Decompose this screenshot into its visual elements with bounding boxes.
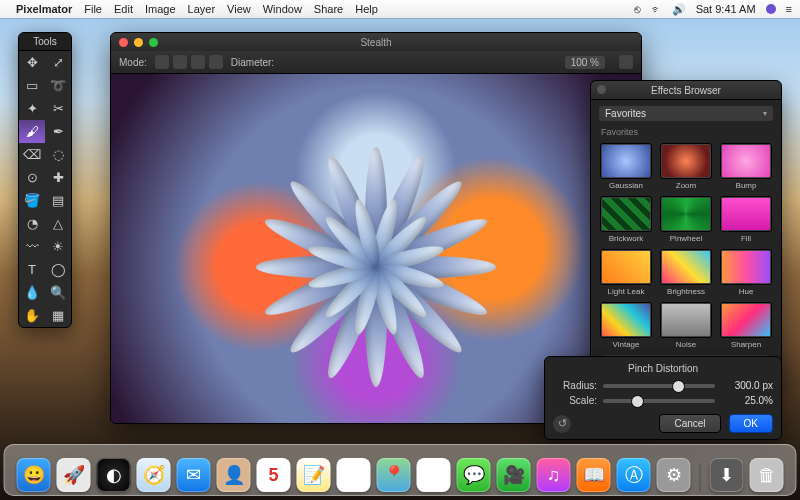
effect-fill[interactable]: Fill	[719, 196, 773, 243]
tool-eraser[interactable]: ⌫	[19, 143, 45, 166]
app-name[interactable]: Pixelmator	[16, 3, 72, 15]
more-icon[interactable]	[619, 55, 633, 69]
siri-status-icon[interactable]	[766, 4, 776, 14]
close-icon[interactable]	[597, 85, 606, 94]
mode-normal-icon[interactable]	[155, 55, 169, 69]
tool-marquee[interactable]: ▭	[19, 74, 45, 97]
tool-zoom[interactable]: 🔍	[45, 281, 71, 304]
mode-soft-icon[interactable]	[173, 55, 187, 69]
effect-gaussian[interactable]: Gaussian	[599, 143, 653, 190]
dock-contacts[interactable]: 👤	[217, 458, 251, 492]
tool-sharpen[interactable]: △	[45, 212, 71, 235]
effect-swatch	[660, 249, 712, 285]
dock-preferences[interactable]: ⚙︎	[657, 458, 691, 492]
effect-zoom[interactable]: Zoom	[659, 143, 713, 190]
dock-reminders[interactable]: ☑︎	[337, 458, 371, 492]
dock-ibooks[interactable]: 📖	[577, 458, 611, 492]
tool-wand[interactable]: ✦	[19, 97, 45, 120]
airplay-icon[interactable]: ⎋	[634, 3, 641, 15]
tool-type[interactable]: T	[19, 258, 45, 281]
tool-blur[interactable]: ◔	[19, 212, 45, 235]
mode-hard-icon[interactable]	[191, 55, 205, 69]
dock-notes[interactable]: 📝	[297, 458, 331, 492]
wifi-icon[interactable]: ᯤ	[651, 3, 662, 15]
tool-shape[interactable]: ◯	[45, 258, 71, 281]
reset-button[interactable]: ↺	[553, 415, 571, 433]
effect-brightness[interactable]: Brightness	[659, 249, 713, 296]
tool-pen[interactable]: ✒	[45, 120, 71, 143]
minimize-icon[interactable]	[134, 38, 143, 47]
effect-swatch	[660, 302, 712, 338]
tool-eyedropper[interactable]: 💧	[19, 281, 45, 304]
dock-itunes[interactable]: ♫	[537, 458, 571, 492]
tool-lasso[interactable]: ➰	[45, 74, 71, 97]
effects-category-select[interactable]: Favorites ▾	[599, 106, 773, 121]
effect-label: Zoom	[676, 181, 696, 190]
radius-value[interactable]: 300.0 px	[721, 380, 773, 391]
mode-pattern-icon[interactable]	[209, 55, 223, 69]
effects-titlebar[interactable]: Effects Browser	[591, 81, 781, 100]
tool-move[interactable]: ✥	[19, 51, 45, 74]
notification-center-icon[interactable]: ≡	[786, 3, 792, 15]
effect-vintage[interactable]: Vintage	[599, 302, 653, 349]
dock-finder[interactable]: 😀	[17, 458, 51, 492]
tool-crop[interactable]: ✂	[45, 97, 71, 120]
tool-smudge[interactable]: 〰	[19, 235, 45, 258]
effect-bump[interactable]: Bump	[719, 143, 773, 190]
volume-icon[interactable]: 🔊	[672, 3, 686, 16]
dock-facetime[interactable]: 🎥	[497, 458, 531, 492]
dock-mail[interactable]: ✉︎	[177, 458, 211, 492]
radius-slider[interactable]	[603, 384, 715, 388]
document-titlebar[interactable]: Stealth	[111, 33, 641, 51]
effect-light-leak[interactable]: Light Leak	[599, 249, 653, 296]
menu-edit[interactable]: Edit	[114, 3, 133, 15]
tool-heal[interactable]: ✚	[45, 166, 71, 189]
dock-safari[interactable]: 🧭	[137, 458, 171, 492]
dock-siri[interactable]: ◐	[97, 458, 131, 492]
effect-pinwheel[interactable]: Pinwheel	[659, 196, 713, 243]
dock-downloads[interactable]: ⬇︎	[710, 458, 744, 492]
menu-help[interactable]: Help	[355, 3, 378, 15]
ok-button[interactable]: OK	[729, 414, 773, 433]
tool-hand[interactable]: ✋	[19, 304, 45, 327]
maximize-icon[interactable]	[149, 38, 158, 47]
dock-trash[interactable]: 🗑	[750, 458, 784, 492]
dock-photos[interactable]: ❀	[417, 458, 451, 492]
dock-messages[interactable]: 💬	[457, 458, 491, 492]
cancel-button[interactable]: Cancel	[659, 414, 720, 433]
tool-brush[interactable]: 🖌	[19, 120, 45, 143]
menu-view[interactable]: View	[227, 3, 251, 15]
menu-file[interactable]: File	[84, 3, 102, 15]
dock: 😀🚀◐🧭✉︎👤5📝☑︎📍❀💬🎥♫📖Ⓐ⚙︎⬇︎🗑	[4, 444, 797, 496]
dock-appstore[interactable]: Ⓐ	[617, 458, 651, 492]
close-icon[interactable]	[119, 38, 128, 47]
effect-hue[interactable]: Hue	[719, 249, 773, 296]
pinch-distortion-panel: Pinch Distortion Radius: 300.0 px Scale:…	[544, 356, 782, 440]
tool-gradient[interactable]: ▤	[45, 189, 71, 212]
zoom-field[interactable]: 100 %	[565, 56, 605, 69]
effect-swatch	[600, 196, 652, 232]
slider-knob[interactable]	[631, 395, 644, 408]
dock-calendar[interactable]: 5	[257, 458, 291, 492]
effect-swatch	[720, 143, 772, 179]
tool-bucket[interactable]: 🪣	[19, 189, 45, 212]
effect-label: Light Leak	[608, 287, 645, 296]
effect-brickwork[interactable]: Brickwork	[599, 196, 653, 243]
effect-sharpen[interactable]: Sharpen	[719, 302, 773, 349]
slider-knob[interactable]	[672, 380, 685, 393]
tool-color-select[interactable]: ◌	[45, 143, 71, 166]
scale-slider[interactable]	[603, 399, 715, 403]
tool-slice[interactable]: ▦	[45, 304, 71, 327]
dock-maps[interactable]: 📍	[377, 458, 411, 492]
tool-stamp[interactable]: ⊙	[19, 166, 45, 189]
menu-share[interactable]: Share	[314, 3, 343, 15]
tool-transform[interactable]: ⤢	[45, 51, 71, 74]
clock[interactable]: Sat 9:41 AM	[696, 3, 756, 15]
dock-launchpad[interactable]: 🚀	[57, 458, 91, 492]
menu-image[interactable]: Image	[145, 3, 176, 15]
menu-window[interactable]: Window	[263, 3, 302, 15]
scale-value[interactable]: 25.0%	[721, 395, 773, 406]
tool-dodge[interactable]: ☀	[45, 235, 71, 258]
menu-layer[interactable]: Layer	[188, 3, 216, 15]
effect-noise[interactable]: Noise	[659, 302, 713, 349]
